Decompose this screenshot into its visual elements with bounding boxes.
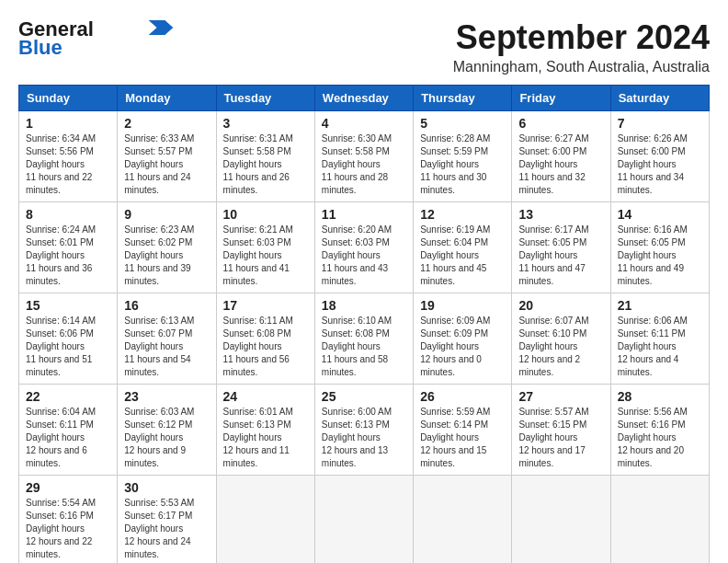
calendar-cell: 30 Sunrise: 5:53 AM Sunset: 6:17 PM Dayl… <box>118 476 216 564</box>
calendar-cell: 25 Sunrise: 6:00 AM Sunset: 6:13 PM Dayl… <box>314 385 413 476</box>
day-number: 15 <box>26 298 110 313</box>
day-number: 17 <box>223 298 308 313</box>
calendar-cell: 1 Sunrise: 6:34 AM Sunset: 5:56 PM Dayli… <box>19 111 118 202</box>
weekday-header-friday: Friday <box>512 86 610 111</box>
weekday-header-thursday: Thursday <box>414 86 512 111</box>
calendar-cell: 22 Sunrise: 6:04 AM Sunset: 6:11 PM Dayl… <box>19 385 118 476</box>
calendar-week-5: 29 Sunrise: 5:54 AM Sunset: 6:16 PM Dayl… <box>19 476 710 564</box>
calendar-cell: 6 Sunrise: 6:27 AM Sunset: 6:00 PM Dayli… <box>512 111 610 202</box>
calendar-table: SundayMondayTuesdayWednesdayThursdayFrid… <box>18 85 710 563</box>
day-number: 3 <box>223 116 308 131</box>
day-number: 10 <box>223 207 308 222</box>
calendar-cell: 8 Sunrise: 6:24 AM Sunset: 6:01 PM Dayli… <box>19 202 118 293</box>
day-number: 30 <box>124 480 209 495</box>
logo: General Blue <box>18 18 175 59</box>
svg-marker-0 <box>149 20 174 35</box>
calendar-cell: 29 Sunrise: 5:54 AM Sunset: 6:16 PM Dayl… <box>19 476 118 564</box>
day-number: 24 <box>223 389 308 404</box>
day-info: Sunrise: 6:17 AM Sunset: 6:05 PM Dayligh… <box>518 224 603 288</box>
calendar-cell: 18 Sunrise: 6:10 AM Sunset: 6:08 PM Dayl… <box>314 293 413 385</box>
calendar-subtitle: Manningham, South Australia, Australia <box>453 59 710 75</box>
weekday-header-saturday: Saturday <box>610 86 709 111</box>
day-info: Sunrise: 6:20 AM Sunset: 6:03 PM Dayligh… <box>322 224 406 288</box>
logo-blue-text: Blue <box>18 37 63 59</box>
calendar-cell: 17 Sunrise: 6:11 AM Sunset: 6:08 PM Dayl… <box>216 293 314 385</box>
day-info: Sunrise: 6:10 AM Sunset: 6:08 PM Dayligh… <box>322 315 406 379</box>
logo-arrow-icon <box>147 20 175 35</box>
calendar-cell: 2 Sunrise: 6:33 AM Sunset: 5:57 PM Dayli… <box>118 111 216 202</box>
calendar-cell: 15 Sunrise: 6:14 AM Sunset: 6:06 PM Dayl… <box>19 293 118 385</box>
day-number: 7 <box>618 116 702 131</box>
day-number: 26 <box>420 389 505 404</box>
weekday-header-tuesday: Tuesday <box>216 86 314 111</box>
day-info: Sunrise: 5:53 AM Sunset: 6:17 PM Dayligh… <box>124 497 209 561</box>
day-number: 29 <box>26 480 110 495</box>
calendar-cell: 4 Sunrise: 6:30 AM Sunset: 5:58 PM Dayli… <box>314 111 413 202</box>
calendar-week-3: 15 Sunrise: 6:14 AM Sunset: 6:06 PM Dayl… <box>19 293 710 385</box>
day-number: 14 <box>618 207 702 222</box>
day-number: 21 <box>618 298 702 313</box>
day-number: 2 <box>124 116 209 131</box>
day-number: 22 <box>26 389 110 404</box>
day-number: 13 <box>518 207 603 222</box>
calendar-cell: 19 Sunrise: 6:09 AM Sunset: 6:09 PM Dayl… <box>414 293 512 385</box>
day-info: Sunrise: 6:28 AM Sunset: 5:59 PM Dayligh… <box>420 132 505 197</box>
day-info: Sunrise: 6:04 AM Sunset: 6:11 PM Dayligh… <box>26 406 110 470</box>
day-number: 6 <box>518 116 603 131</box>
calendar-cell: 10 Sunrise: 6:21 AM Sunset: 6:03 PM Dayl… <box>216 202 314 293</box>
day-info: Sunrise: 6:19 AM Sunset: 6:04 PM Dayligh… <box>420 224 505 288</box>
calendar-cell: 16 Sunrise: 6:13 AM Sunset: 6:07 PM Dayl… <box>118 293 216 385</box>
day-number: 8 <box>26 207 110 222</box>
calendar-cell: 27 Sunrise: 5:57 AM Sunset: 6:15 PM Dayl… <box>512 385 610 476</box>
weekday-header-monday: Monday <box>118 86 216 111</box>
calendar-cell: 3 Sunrise: 6:31 AM Sunset: 5:58 PM Dayli… <box>216 111 314 202</box>
calendar-cell: 24 Sunrise: 6:01 AM Sunset: 6:13 PM Dayl… <box>216 385 314 476</box>
calendar-cell: 5 Sunrise: 6:28 AM Sunset: 5:59 PM Dayli… <box>414 111 512 202</box>
calendar-cell: 21 Sunrise: 6:06 AM Sunset: 6:11 PM Dayl… <box>610 293 709 385</box>
day-number: 5 <box>420 116 505 131</box>
day-number: 25 <box>322 389 406 404</box>
day-info: Sunrise: 6:07 AM Sunset: 6:10 PM Dayligh… <box>518 315 603 379</box>
calendar-cell: 26 Sunrise: 5:59 AM Sunset: 6:14 PM Dayl… <box>414 385 512 476</box>
day-info: Sunrise: 6:31 AM Sunset: 5:58 PM Dayligh… <box>223 132 308 197</box>
day-info: Sunrise: 5:56 AM Sunset: 6:16 PM Dayligh… <box>618 406 702 470</box>
calendar-cell: 11 Sunrise: 6:20 AM Sunset: 6:03 PM Dayl… <box>314 202 413 293</box>
calendar-cell <box>512 476 610 564</box>
calendar-cell: 23 Sunrise: 6:03 AM Sunset: 6:12 PM Dayl… <box>118 385 216 476</box>
calendar-cell <box>314 476 413 564</box>
title-area: September 2024 Manningham, South Austral… <box>453 18 710 75</box>
calendar-cell: 20 Sunrise: 6:07 AM Sunset: 6:10 PM Dayl… <box>512 293 610 385</box>
day-info: Sunrise: 6:14 AM Sunset: 6:06 PM Dayligh… <box>26 315 110 379</box>
day-number: 1 <box>26 116 110 131</box>
calendar-cell: 12 Sunrise: 6:19 AM Sunset: 6:04 PM Dayl… <box>414 202 512 293</box>
calendar-title: September 2024 <box>453 18 710 57</box>
day-info: Sunrise: 6:06 AM Sunset: 6:11 PM Dayligh… <box>618 315 702 379</box>
day-info: Sunrise: 5:57 AM Sunset: 6:15 PM Dayligh… <box>518 406 603 470</box>
day-number: 23 <box>124 389 209 404</box>
day-info: Sunrise: 6:09 AM Sunset: 6:09 PM Dayligh… <box>420 315 505 379</box>
day-number: 27 <box>518 389 603 404</box>
day-info: Sunrise: 5:59 AM Sunset: 6:14 PM Dayligh… <box>420 406 505 470</box>
day-info: Sunrise: 6:03 AM Sunset: 6:12 PM Dayligh… <box>124 406 209 470</box>
day-number: 4 <box>322 116 406 131</box>
day-info: Sunrise: 6:26 AM Sunset: 6:00 PM Dayligh… <box>618 132 702 197</box>
day-info: Sunrise: 6:33 AM Sunset: 5:57 PM Dayligh… <box>124 132 209 197</box>
calendar-cell: 7 Sunrise: 6:26 AM Sunset: 6:00 PM Dayli… <box>610 111 709 202</box>
day-info: Sunrise: 6:30 AM Sunset: 5:58 PM Dayligh… <box>322 132 406 197</box>
day-number: 18 <box>322 298 406 313</box>
weekday-header-wednesday: Wednesday <box>314 86 413 111</box>
day-number: 12 <box>420 207 505 222</box>
day-number: 16 <box>124 298 209 313</box>
day-info: Sunrise: 6:01 AM Sunset: 6:13 PM Dayligh… <box>223 406 308 470</box>
calendar-cell <box>414 476 512 564</box>
calendar-week-4: 22 Sunrise: 6:04 AM Sunset: 6:11 PM Dayl… <box>19 385 710 476</box>
day-info: Sunrise: 6:23 AM Sunset: 6:02 PM Dayligh… <box>124 224 209 288</box>
day-number: 9 <box>124 207 209 222</box>
day-info: Sunrise: 6:16 AM Sunset: 6:05 PM Dayligh… <box>618 224 702 288</box>
calendar-cell: 28 Sunrise: 5:56 AM Sunset: 6:16 PM Dayl… <box>610 385 709 476</box>
day-info: Sunrise: 6:00 AM Sunset: 6:13 PM Dayligh… <box>322 406 406 470</box>
calendar-cell: 14 Sunrise: 6:16 AM Sunset: 6:05 PM Dayl… <box>610 202 709 293</box>
header: General Blue September 2024 Manningham, … <box>18 18 710 75</box>
day-info: Sunrise: 6:27 AM Sunset: 6:00 PM Dayligh… <box>518 132 603 197</box>
day-number: 19 <box>420 298 505 313</box>
